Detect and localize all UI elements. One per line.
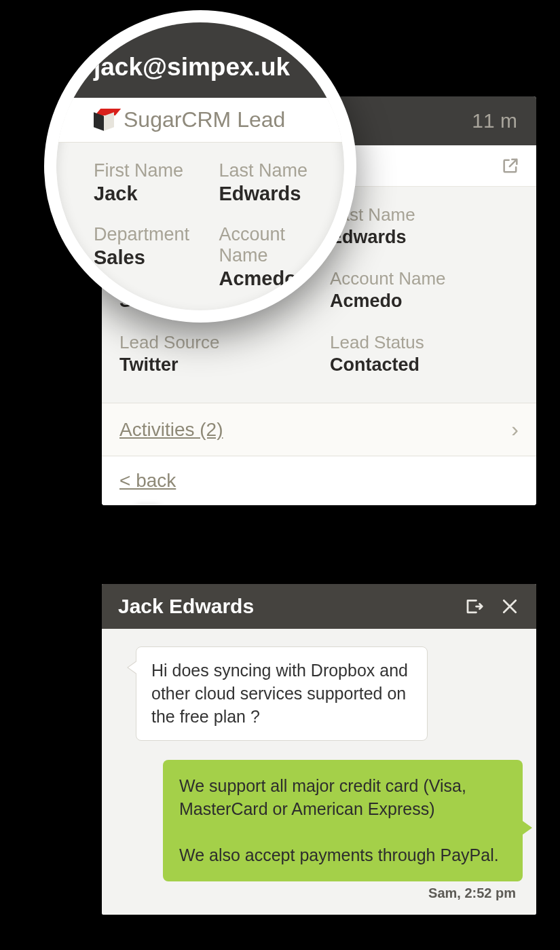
magnifier-lens: jack@simpex.uk SugarCRM Lead First Name … <box>44 10 356 323</box>
close-icon[interactable] <box>500 596 520 617</box>
activities-link[interactable]: Activities (2) <box>119 419 223 441</box>
lens-source-label: SugarCRM Lead <box>124 107 285 132</box>
field-lead-source: Lead Source Twitter <box>119 332 308 376</box>
back-row[interactable]: < back <box>102 456 536 505</box>
activities-row[interactable]: Activities (2) › <box>102 403 536 456</box>
card-pointer-icon <box>136 504 160 505</box>
message-timestamp: Sam, 2:52 pm <box>115 881 523 909</box>
field-account-name: Account Name Acmedo <box>330 268 519 312</box>
outgoing-message: We support all major credit card (Visa, … <box>163 760 523 881</box>
chat-window: Jack Edwards Hi does syncing with Dropbo… <box>102 584 536 915</box>
chat-header: Jack Edwards <box>102 584 536 629</box>
lens-source-row: SugarCRM Lead <box>56 98 344 143</box>
chat-body: Hi does syncing with Dropbox and other c… <box>102 629 536 915</box>
chevron-right-icon: › <box>511 417 519 442</box>
field-lead-status: Lead Status Contacted <box>330 332 519 376</box>
lens-email: jack@simpex.uk <box>56 22 344 98</box>
export-icon[interactable] <box>464 596 485 617</box>
chat-title: Jack Edwards <box>118 595 254 618</box>
field-last-name: Last Name Edwards <box>330 204 519 248</box>
incoming-message: Hi does syncing with Dropbox and other c… <box>136 646 428 741</box>
open-external-icon[interactable] <box>501 156 520 175</box>
back-link[interactable]: < back <box>119 470 176 492</box>
sugarcrm-cube-icon <box>94 110 114 130</box>
card-age: 11 m <box>472 109 517 132</box>
